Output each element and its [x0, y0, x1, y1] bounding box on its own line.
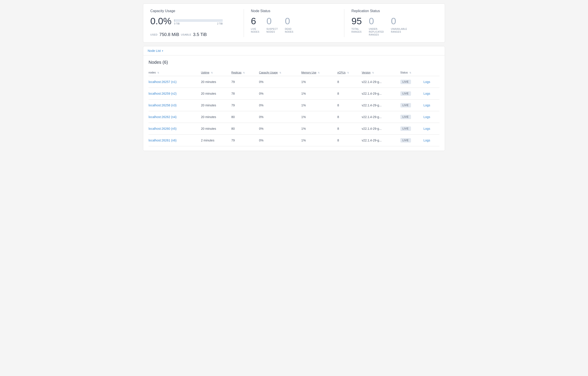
replicas-cell-5: 79: [231, 135, 259, 146]
node-cell-0: localhost:26257 (n1): [148, 76, 201, 88]
capacity-cell-4: 0%: [259, 123, 302, 135]
capacity-cell-1: 0%: [259, 88, 302, 100]
table-header-row: nodes ⇅ Uptime ⇅ Replicas ⇅ Capacity U: [148, 69, 440, 76]
capacity-usage-section: Capacity Usage 0.0% 0 TiB 2 TiB USED 750…: [150, 9, 244, 37]
memory-cell-0: 1%: [301, 76, 337, 88]
uptime-cell-4: 20 minutes: [201, 123, 231, 135]
table-row: localhost:26261 (n6) 2 minutes 79 0% 1% …: [148, 135, 440, 146]
summary-panel: Capacity Usage 0.0% 0 TiB 2 TiB USED 750…: [143, 3, 445, 42]
sort-icon-capacity: ⇅: [279, 72, 281, 74]
status-cell-3: LIVE: [400, 111, 424, 123]
node-list-toggle[interactable]: Node List ▾: [148, 49, 440, 52]
sort-icon-replicas: ⇅: [243, 72, 245, 74]
logs-link-1[interactable]: Logs: [424, 92, 430, 95]
status-cell-2: LIVE: [400, 100, 424, 111]
capacity-details: USED 750.8 MiB USABLE 3.5 TiB: [150, 32, 237, 37]
unavailable-ranges-label: UNAVAILABLERANGES: [391, 28, 407, 33]
usable-value: 3.5 TiB: [193, 32, 207, 37]
status-cell-1: LIVE: [400, 88, 424, 100]
node-link-0[interactable]: localhost:26257 (n1): [148, 80, 177, 84]
capacity-bar: [174, 19, 223, 22]
node-link-4[interactable]: localhost:26260 (n5): [148, 127, 177, 130]
col-vcpus[interactable]: vCPUs ⇅: [337, 69, 362, 76]
logs-link-0[interactable]: Logs: [424, 80, 430, 84]
col-nodes[interactable]: nodes ⇅: [148, 69, 201, 76]
status-cell-5: LIVE: [400, 135, 424, 146]
logs-cell-0: Logs: [424, 76, 440, 88]
node-link-3[interactable]: localhost:26262 (n4): [148, 115, 177, 119]
capacity-bar-wrapper: 0 TiB 2 TiB: [174, 19, 223, 25]
vcpus-cell-1: 8: [337, 88, 362, 100]
live-badge-4: LIVE: [400, 126, 411, 131]
node-status-metrics: 6 LIVENODES 0 SUSPECTNODES 0 DEADNODES: [251, 17, 337, 33]
suspect-nodes-value: 0: [266, 17, 278, 26]
table-row: localhost:26260 (n5) 20 minutes 80 0% 1%…: [148, 123, 440, 135]
logs-link-3[interactable]: Logs: [424, 115, 430, 119]
vcpus-cell-5: 8: [337, 135, 362, 146]
version-cell-0: v22.1.4-29-g...: [362, 76, 400, 88]
node-cell-4: localhost:26260 (n5): [148, 123, 201, 135]
under-replicated-metric: 0 UNDER-REPLICATEDRANGES: [369, 17, 384, 36]
table-row: localhost:26259 (n2) 20 minutes 78 0% 1%…: [148, 88, 440, 100]
node-link-1[interactable]: localhost:26259 (n2): [148, 92, 177, 95]
nodes-title: Nodes (6): [148, 60, 440, 65]
capacity-percent: 0.0%: [150, 17, 171, 26]
sort-icon-version: ⇅: [372, 72, 374, 74]
logs-cell-4: Logs: [424, 123, 440, 135]
col-replicas[interactable]: Replicas ⇅: [231, 69, 259, 76]
used-label: USED: [150, 33, 158, 36]
version-cell-2: v22.1.4-29-g...: [362, 100, 400, 111]
col-capacity-usage[interactable]: Capacity Usage ⇅: [259, 69, 302, 76]
logs-link-2[interactable]: Logs: [424, 104, 430, 107]
capacity-cell-0: 0%: [259, 76, 302, 88]
under-replicated-label: UNDER-REPLICATEDRANGES: [369, 28, 384, 36]
node-cell-5: localhost:26261 (n6): [148, 135, 201, 146]
sort-icon-memory: ⇅: [318, 72, 320, 74]
dead-nodes-metric: 0 DEADNODES: [285, 17, 294, 33]
node-status-title: Node Status: [251, 9, 337, 13]
bar-max-label: 2 TiB: [217, 22, 223, 25]
replicas-cell-4: 80: [231, 123, 259, 135]
col-status[interactable]: Status ⇅: [400, 69, 424, 76]
logs-cell-1: Logs: [424, 88, 440, 100]
live-nodes-label: LIVENODES: [251, 28, 260, 33]
dead-nodes-value: 0: [285, 17, 294, 26]
total-ranges-label: TOTALRANGES: [351, 28, 362, 33]
under-replicated-value: 0: [369, 17, 384, 26]
live-badge-0: LIVE: [400, 80, 411, 84]
memory-cell-5: 1%: [301, 135, 337, 146]
dead-nodes-label: DEADNODES: [285, 28, 294, 33]
vcpus-cell-2: 8: [337, 100, 362, 111]
version-cell-3: v22.1.4-29-g...: [362, 111, 400, 123]
logs-link-4[interactable]: Logs: [424, 127, 430, 130]
col-memory-use[interactable]: Memory Use ⇅: [301, 69, 337, 76]
live-badge-3: LIVE: [400, 115, 411, 119]
suspect-nodes-label: SUSPECTNODES: [266, 28, 278, 33]
unavailable-ranges-metric: 0 UNAVAILABLERANGES: [391, 17, 407, 36]
memory-cell-1: 1%: [301, 88, 337, 100]
node-cell-3: localhost:26262 (n4): [148, 111, 201, 123]
nodes-table-section: Nodes (6) nodes ⇅ Uptime ⇅ Replicas: [143, 55, 445, 151]
capacity-cell-2: 0%: [259, 100, 302, 111]
capacity-title: Capacity Usage: [150, 9, 237, 13]
capacity-cell-5: 0%: [259, 135, 302, 146]
uptime-cell-5: 2 minutes: [201, 135, 231, 146]
col-version[interactable]: Version ⇅: [362, 69, 400, 76]
col-uptime[interactable]: Uptime ⇅: [201, 69, 231, 76]
live-nodes-value: 6: [251, 17, 260, 26]
memory-cell-2: 1%: [301, 100, 337, 111]
memory-cell-4: 1%: [301, 123, 337, 135]
sort-icon-vcpus: ⇅: [347, 72, 349, 74]
chevron-down-icon: ▾: [162, 50, 163, 52]
memory-cell-3: 1%: [301, 111, 337, 123]
capacity-bar-labels: 0 TiB 2 TiB: [174, 22, 223, 25]
node-list-toggle-label: Node List: [148, 49, 161, 52]
vcpus-cell-0: 8: [337, 76, 362, 88]
capacity-cell-3: 0%: [259, 111, 302, 123]
node-link-5[interactable]: localhost:26261 (n6): [148, 139, 177, 142]
vcpus-cell-3: 8: [337, 111, 362, 123]
logs-link-5[interactable]: Logs: [424, 139, 430, 142]
live-badge-2: LIVE: [400, 103, 411, 107]
version-cell-1: v22.1.4-29-g...: [362, 88, 400, 100]
node-link-2[interactable]: localhost:26258 (n3): [148, 104, 177, 107]
